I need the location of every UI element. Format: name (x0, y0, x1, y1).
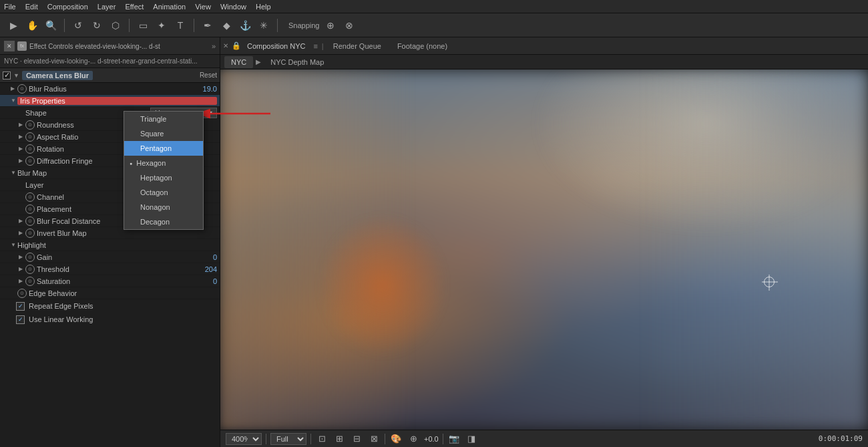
blur-radius-stopwatch[interactable]: ⊙ (17, 84, 27, 94)
highlight-triangle[interactable]: ▼ (11, 242, 17, 248)
dropdown-item-decagon[interactable]: Decagon (124, 214, 203, 229)
panel-close-btn[interactable]: ✕ (4, 41, 15, 51)
footage-tab[interactable]: Footage (none) (389, 37, 455, 55)
composition-viewer (220, 69, 868, 430)
comp-tab-menu-btn[interactable]: ≡ (310, 42, 320, 50)
menu-help[interactable]: Help (256, 3, 271, 11)
fx-name: Camera Lens Blur (22, 71, 93, 80)
fx-reset-btn[interactable]: Reset (200, 71, 217, 79)
panel-tabbar: ✕ fx Effect Controls elevated-view-looki… (0, 37, 220, 55)
fx-enable-checkbox[interactable]: ✓ (3, 71, 11, 80)
panel-menu-btn[interactable]: » (212, 42, 216, 50)
undo[interactable]: ↺ (70, 17, 86, 33)
snap-extra[interactable]: ⊗ (341, 17, 357, 33)
hand-tool[interactable]: ✋ (24, 17, 40, 33)
paint-tool[interactable]: ✦ (154, 17, 170, 33)
comp-tabbar: ✕ 🔒 Composition NYC ≡ | Render Queue Foo… (220, 37, 868, 55)
ruler-btn[interactable]: ⊠ (367, 432, 381, 446)
roto-tool[interactable]: ✳ (256, 17, 272, 33)
threshold-stopwatch[interactable]: ⊙ (25, 265, 35, 274)
shape-dropdown-menu: Triangle Square Pentagon Hexagon Heptago… (124, 111, 204, 230)
dropdown-item-octagon[interactable]: Octagon (124, 185, 203, 200)
placement-stopwatch[interactable]: ⊙ (25, 204, 35, 214)
transparency-btn[interactable]: ⊞ (333, 432, 346, 446)
zoom-tool[interactable]: 🔍 (43, 17, 59, 33)
puppet-tool[interactable]: ⚓ (237, 17, 253, 33)
fx-triangle[interactable]: ▼ (13, 72, 19, 79)
menu-window[interactable]: Window (220, 3, 246, 11)
effect-controls-panel: ✕ fx Effect Controls elevated-view-looki… (0, 37, 220, 447)
blur-radius-value[interactable]: 19.0 (203, 85, 217, 93)
select-tool[interactable]: ▶ (5, 17, 21, 33)
snapping-area: Snapping ⊕ ⊗ (288, 17, 357, 33)
focal-triangle[interactable]: ▶ (19, 218, 25, 224)
blur-map-triangle[interactable]: ▼ (11, 170, 17, 176)
repeat-edge-checkbox[interactable] (16, 302, 25, 311)
rect-tool[interactable]: ▭ (135, 17, 151, 33)
blur-radius-triangle[interactable]: ▶ (11, 86, 17, 92)
snapshot-btn[interactable]: 📷 (447, 432, 461, 446)
channel-stopwatch[interactable]: ⊙ (25, 192, 35, 202)
render-queue-tab[interactable]: Render Queue (325, 37, 389, 55)
menu-layer[interactable]: Layer (97, 3, 116, 11)
dropdown-item-heptagon[interactable]: Heptagon (124, 170, 203, 185)
dropdown-item-triangle[interactable]: Triangle (124, 112, 203, 126)
gain-label: Gain (37, 253, 213, 261)
invert-stopwatch[interactable]: ⊙ (25, 229, 35, 238)
city-overlay-3 (642, 69, 869, 430)
threshold-value[interactable]: 204 (205, 265, 217, 273)
aspect-ratio-stopwatch[interactable]: ⊙ (25, 132, 35, 142)
lock-icon: 🔒 (231, 41, 242, 51)
quality-select[interactable]: Full (270, 433, 306, 445)
zoom-select[interactable]: 400% (226, 433, 262, 445)
saturation-value[interactable]: 0 (213, 277, 217, 285)
menu-effect[interactable]: Effect (125, 3, 144, 11)
menu-view[interactable]: View (195, 3, 211, 11)
saturation-stopwatch[interactable]: ⊙ (25, 277, 35, 286)
subtab-nyc[interactable]: NYC (224, 56, 253, 68)
panel-icon: fx (17, 41, 27, 51)
menu-composition[interactable]: Composition (47, 3, 88, 11)
gain-value[interactable]: 0 (213, 253, 217, 261)
menu-edit[interactable]: Edit (25, 3, 38, 11)
panel-title: Effect Controls elevated-view-looking-..… (29, 42, 160, 50)
threshold-label: Threshold (37, 265, 205, 273)
text-tool[interactable]: T (172, 17, 188, 33)
grid-btn[interactable]: ⊟ (350, 432, 363, 446)
iris-properties-label: Iris Properties (17, 97, 217, 105)
stamp-tool[interactable]: ◆ (218, 17, 234, 33)
rotation-stopwatch[interactable]: ⊙ (25, 144, 35, 154)
menu-animation[interactable]: Animation (153, 3, 186, 11)
lasso[interactable]: ⬡ (107, 17, 124, 33)
pen-tool[interactable]: ✒ (200, 17, 216, 33)
color-btn[interactable]: 🎨 (389, 432, 403, 446)
aspect-ratio-triangle[interactable]: ▶ (19, 134, 25, 140)
linear-working-checkbox[interactable] (16, 315, 25, 324)
reset-btn[interactable]: ⊕ (407, 432, 420, 446)
redo[interactable]: ↻ (89, 17, 105, 33)
saturation-triangle[interactable]: ▶ (19, 278, 25, 284)
dropdown-item-hexagon[interactable]: Hexagon (124, 156, 203, 170)
dropdown-item-square[interactable]: Square (124, 126, 203, 141)
dropdown-item-pentagon[interactable]: Pentagon (124, 141, 203, 156)
focal-stopwatch[interactable]: ⊙ (25, 216, 35, 226)
rotation-triangle[interactable]: ▶ (19, 146, 25, 152)
snapping-btn[interactable]: ⊕ (322, 17, 339, 33)
dropdown-item-nonagon[interactable]: Nonagon (124, 200, 203, 214)
threshold-triangle[interactable]: ▶ (19, 266, 25, 272)
roundness-stopwatch[interactable]: ⊙ (25, 120, 35, 130)
invert-triangle[interactable]: ▶ (19, 230, 25, 236)
diffraction-stopwatch[interactable]: ⊙ (25, 156, 35, 166)
edge-stopwatch[interactable]: ⊙ (17, 289, 27, 298)
gain-stopwatch[interactable]: ⊙ (25, 253, 35, 262)
diffraction-triangle[interactable]: ▶ (19, 158, 25, 164)
menu-file[interactable]: File (4, 3, 16, 11)
subtab-nyc-depth[interactable]: NYC Depth Map (264, 56, 331, 68)
composition-tab-label: Composition NYC (242, 42, 310, 50)
gain-triangle[interactable]: ▶ (19, 254, 25, 260)
show-snapshot-btn[interactable]: ◨ (465, 432, 478, 446)
roundness-triangle[interactable]: ▶ (19, 122, 25, 128)
iris-triangle[interactable]: ▼ (11, 98, 17, 104)
region-of-interest-btn[interactable]: ⊡ (315, 432, 329, 446)
comp-close-btn[interactable]: ✕ (220, 37, 231, 55)
